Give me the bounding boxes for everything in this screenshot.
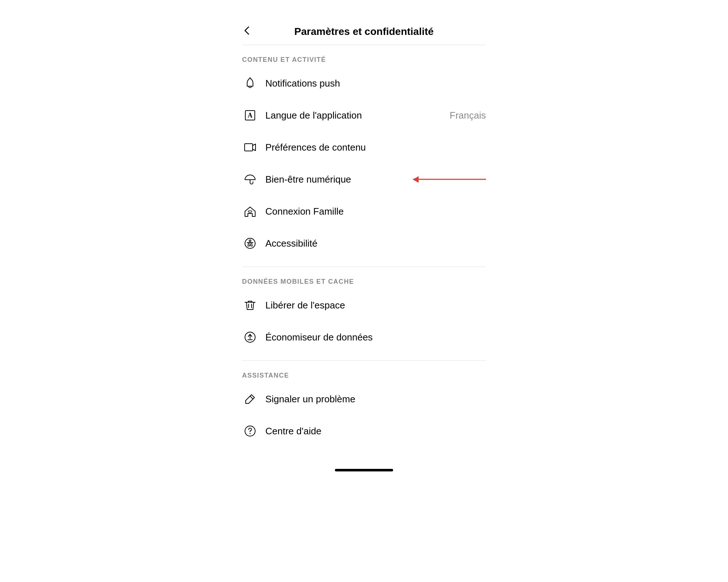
red-arrow-annotation [413,179,486,180]
section-title-assistance: ASSISTANCE [242,372,486,379]
menu-item-economiseur[interactable]: Économiseur de données [228,321,500,353]
home-indicator [335,469,393,471]
home-heart-icon [242,203,258,219]
phone-container: Paramètres et confidentialité CONTENU ET… [228,0,500,479]
section-title-contenu: CONTENU ET ACTIVITÉ [242,56,486,64]
svg-line-11 [250,396,253,399]
data-saver-icon [242,329,258,345]
svg-point-5 [249,240,251,242]
section-title-donnees: DONNÉES MOBILES ET CACHE [242,278,486,286]
langue-label: Langue de l'application [265,110,446,121]
bell-icon [242,75,258,91]
preferences-label: Préférences de contenu [265,142,486,153]
edit-icon [242,391,258,407]
menu-item-preferences[interactable]: Préférences de contenu [228,131,500,163]
language-icon: A [242,107,258,123]
liberer-label: Libérer de l'espace [265,300,486,311]
menu-item-langue[interactable]: A Langue de l'application Français [228,99,500,131]
help-circle-icon [242,423,258,439]
signaler-label: Signaler un problème [265,394,486,405]
menu-item-bien-etre[interactable]: Bien-être numérique [228,163,500,195]
menu-item-famille[interactable]: Connexion Famille [228,195,500,227]
menu-item-liberer[interactable]: Libérer de l'espace [228,289,500,321]
svg-text:A: A [248,112,253,119]
bottom-bar [228,462,500,479]
svg-point-13 [250,433,251,434]
back-button[interactable] [242,25,252,37]
video-icon [242,139,258,155]
page-title: Paramètres et confidentialité [260,26,468,37]
notifications-label: Notifications push [265,78,486,89]
trash-icon [242,297,258,313]
menu-item-aide[interactable]: Centre d'aide [228,415,500,447]
menu-item-signaler[interactable]: Signaler un problème [228,383,500,415]
section-contenu: CONTENU ET ACTIVITÉ [228,45,500,64]
header: Paramètres et confidentialité [228,15,500,45]
menu-item-notifications[interactable]: Notifications push [228,67,500,99]
economiseur-label: Économiseur de données [265,332,486,343]
umbrella-icon [242,171,258,187]
svg-rect-3 [245,144,253,151]
accessibilite-label: Accessibilité [265,238,486,249]
accessibility-icon [242,235,258,251]
section-assistance: ASSISTANCE [228,361,500,379]
famille-label: Connexion Famille [265,206,486,217]
aide-label: Centre d'aide [265,426,486,437]
section-donnees: DONNÉES MOBILES ET CACHE [228,267,500,286]
langue-value: Français [450,110,486,121]
menu-item-accessibilite[interactable]: Accessibilité [228,227,500,259]
